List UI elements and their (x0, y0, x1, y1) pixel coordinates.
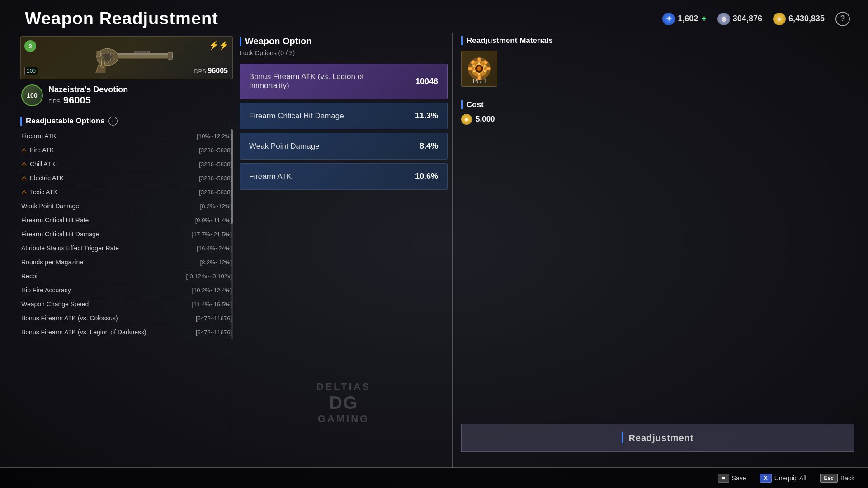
option-row[interactable]: Firearm ATK [10%~12.2%] (20, 129, 233, 143)
section-bar-cost (461, 100, 463, 109)
option-row[interactable]: Bonus Firearm ATK (vs. Colossus) [6472~1… (20, 311, 233, 325)
bottom-bar: ■ Save X Unequip All Esc Back (0, 468, 868, 488)
save-action: ■ Save (718, 474, 746, 483)
option-row[interactable]: Recoil [-0.124x~-0.102x] (20, 269, 233, 283)
cost-item: ● 5,000 (461, 114, 854, 125)
materials-section: Readjustment Materials (461, 36, 854, 87)
cost-value: 5,000 (476, 115, 495, 124)
option-range: [3236~5838] (199, 147, 232, 154)
readjustment-btn-area: Readjustment (461, 424, 854, 452)
option-row[interactable]: Hip Fire Accuracy [10.2%~12.4%] (20, 283, 233, 297)
weapon-option-card[interactable]: Firearm ATK 10.6% (240, 163, 448, 190)
svg-rect-10 (97, 51, 100, 57)
watermark-logo: DG (316, 393, 371, 413)
weapon-option-title-text: Weapon Option (245, 36, 311, 47)
option-cards-container: Bonus Firearm ATK (vs. Legion of Immorta… (240, 64, 448, 190)
weapon-info-row: 100 Nazeistra's Devotion DPS 96005 (20, 80, 233, 111)
option-name: Firearm ATK (21, 132, 57, 140)
currency-bar: ✦ 1,602 + ◈ 304,876 ● 6,430,835 ? (662, 12, 850, 26)
option-row[interactable]: ⚠ Fire ATK [3236~5838] (20, 143, 233, 157)
option-row[interactable]: Weapon Change Speed [11.4%~16.5%] (20, 297, 233, 311)
svg-rect-19 (486, 67, 490, 70)
option-range: [11.4%~16.5%] (192, 301, 232, 308)
option-name: Recoil (21, 272, 39, 280)
gold-cost-icon: ● (461, 114, 472, 125)
option-row[interactable]: Firearm Critical Hit Rate [9.9%~11.4%] (20, 213, 233, 227)
blue-currency-plus[interactable]: + (702, 14, 707, 23)
option-range: [10%~12.2%] (197, 133, 232, 140)
option-row[interactable]: Rounds per Magazine [8.2%~12%] (20, 255, 233, 269)
readjustment-button[interactable]: Readjustment (461, 424, 854, 452)
mid-right-divider (452, 33, 453, 468)
option-row[interactable]: Attribute Status Effect Trigger Rate [16… (20, 241, 233, 255)
weapon-option-card[interactable]: Bonus Firearm ATK (vs. Legion of Immorta… (240, 64, 448, 99)
svg-rect-16 (478, 58, 481, 61)
materials-title: Readjustment Materials (467, 36, 553, 45)
back-action: Esc Back (820, 474, 854, 483)
svg-point-8 (101, 58, 104, 61)
weapon-name-dps-block: Nazeistra's Devotion DPS 96005 (48, 85, 128, 106)
svg-rect-12 (134, 51, 150, 53)
level-badge-bottom-left: 100 (24, 67, 38, 75)
cost-section: Cost ● 5,000 (461, 100, 854, 125)
option-card-name: Firearm ATK (249, 172, 292, 181)
option-name: Hip Fire Accuracy (21, 286, 71, 294)
option-range: [17.7%~21.5%] (192, 231, 232, 238)
warning-icon: ⚠ (21, 188, 27, 196)
right-panel: Readjustment Materials (461, 36, 854, 461)
option-name: Bonus Firearm ATK (vs. Colossus) (21, 314, 118, 322)
info-icon-button[interactable]: i (108, 117, 118, 126)
option-card-value: 10.6% (415, 172, 438, 181)
left-panel: 2 (20, 36, 233, 461)
gold-currency-value: 6,430,835 (788, 14, 825, 23)
weapon-card: 2 (20, 36, 233, 79)
option-card-name: Bonus Firearm ATK (vs. Legion of Immorta… (249, 72, 376, 90)
option-name: Rounds per Magazine (21, 258, 83, 266)
option-row[interactable]: ⚠ Chill ATK [3236~5838] (20, 157, 233, 171)
svg-point-29 (473, 65, 475, 67)
save-key: ■ (718, 474, 729, 483)
option-name: Weak Point Damage (21, 202, 79, 210)
scroll-thumb (231, 129, 233, 224)
silver-currency-value: 304,876 (733, 14, 762, 23)
weapon-dps-big: 96005 (63, 94, 91, 106)
option-row[interactable]: Weak Point Damage [8.2%~12%] (20, 199, 233, 213)
lock-options-label: Lock Options (0 / 3) (240, 49, 448, 56)
option-card-name: Weak Point Damage (249, 142, 320, 151)
section-bar-left (20, 117, 22, 126)
readjustable-options-header: Readjustable Options i (20, 117, 233, 126)
header-divider (20, 33, 854, 33)
warning-icon: ⚠ (21, 174, 27, 182)
weapon-level-badge: 2 (24, 40, 36, 52)
silver-currency-item: ◈ 304,876 (717, 13, 762, 25)
svg-point-7 (110, 53, 113, 56)
option-range: [6472~11676] (196, 329, 232, 336)
unequip-key: X (760, 474, 772, 483)
option-range: [-0.124x~-0.102x] (186, 273, 232, 280)
weapon-option-card[interactable]: Firearm Critical Hit Damage 11.3% (240, 103, 448, 129)
options-list: Firearm ATK [10%~12.2%] ⚠ Fire ATK [3236… (20, 129, 233, 339)
help-button[interactable]: ? (835, 12, 850, 26)
svg-point-24 (478, 62, 480, 64)
option-name: Weapon Change Speed (21, 300, 89, 308)
option-row[interactable]: Bonus Firearm ATK (vs. Legion of Darknes… (20, 325, 233, 339)
back-label: Back (840, 474, 854, 482)
option-row[interactable]: ⚠ Electric ATK [3236~5838] (20, 171, 233, 185)
option-row[interactable]: ⚠ Toxic ATK [3236~5838] (20, 185, 233, 199)
watermark: DELTIAS DG GAMING (316, 381, 371, 425)
page-title: Weapon Readjustment (25, 9, 218, 28)
unequip-label: Unequip All (774, 474, 807, 482)
svg-rect-13 (168, 52, 172, 59)
svg-point-27 (478, 73, 480, 75)
watermark-text: DELTIAS (316, 381, 371, 393)
weapon-option-card[interactable]: Weak Point Damage 8.4% (240, 133, 448, 160)
svg-point-28 (473, 70, 475, 72)
middle-panel: Weapon Option Lock Options (0 / 3) Bonus… (240, 36, 448, 461)
option-row[interactable]: Firearm Critical Hit Damage [17.7%~21.5%… (20, 227, 233, 241)
header: Weapon Readjustment ✦ 1,602 + ◈ 304,876 … (25, 9, 850, 28)
cost-title: Cost (467, 100, 484, 109)
svg-point-6 (101, 53, 104, 56)
weapon-card-dps: DPS 96005 (194, 67, 228, 75)
readjustment-btn-label: Readjustment (628, 433, 693, 443)
save-label: Save (732, 474, 746, 482)
